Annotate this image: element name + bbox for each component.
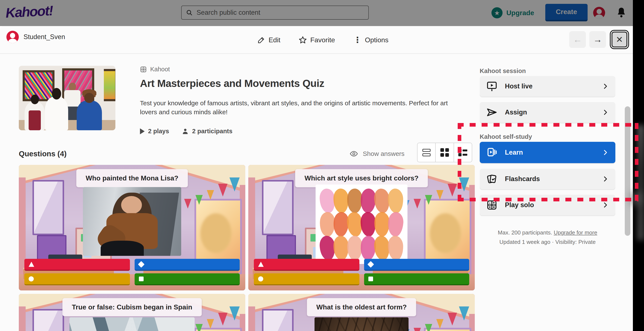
question-text: Who painted the Mona Lisa? <box>76 169 188 187</box>
compact-view-button[interactable] <box>454 143 472 162</box>
previous-kahoot-button[interactable]: ← <box>569 31 586 48</box>
annotation-rectangle-bottom <box>458 198 638 201</box>
forward-arrow-icon: → <box>593 34 602 45</box>
watercolor-blob <box>333 236 349 261</box>
question-image-cave-art <box>314 317 408 331</box>
quiz-info: Kahoot Art Masterpieces and Movements Qu… <box>140 66 456 135</box>
gallery-visitor <box>77 101 102 130</box>
question-card-4[interactable]: What is the oldest art form? <box>248 294 475 331</box>
bunting-flag <box>436 319 444 329</box>
bunting-flag <box>207 319 214 329</box>
plays-stat: 2 plays <box>140 128 169 135</box>
grid-view-button[interactable] <box>435 143 454 162</box>
screenshot-stage: Kahoot! ★ Upgrade Create Student_Sven <box>0 0 644 331</box>
quiz-cover-image <box>19 66 116 130</box>
question-image-watercolor <box>316 185 408 264</box>
show-answers-toggle[interactable]: Show answers <box>350 149 404 158</box>
creator-avatar <box>6 31 19 43</box>
bunting-flag <box>184 199 192 209</box>
edit-label: Edit <box>268 36 280 44</box>
max-participants-text: Max. 200 participants. <box>498 229 554 236</box>
upgrade-for-more-link[interactable]: Upgrade for more <box>554 229 597 236</box>
host-live-icon <box>486 80 498 92</box>
watercolor-blob <box>387 212 404 237</box>
classroom-window <box>32 309 64 331</box>
modal-dim-overlay <box>0 0 633 26</box>
classroom-window <box>262 309 294 331</box>
next-kahoot-button[interactable]: → <box>589 31 606 48</box>
answer-green <box>134 273 240 285</box>
learn-button[interactable]: Learn <box>480 142 615 163</box>
gallery-painting <box>104 69 116 101</box>
answer-yellow <box>254 273 360 285</box>
quiz-stats: 2 plays 2 participants <box>140 128 456 135</box>
self-study-heading: Kahoot self-study <box>480 133 532 140</box>
host-live-label: Host live <box>505 82 594 90</box>
edit-button[interactable]: Edit <box>258 36 280 44</box>
annotation-rectangle-right <box>635 123 638 201</box>
favorite-label: Favorite <box>310 36 335 44</box>
favorite-button[interactable]: Favorite <box>299 36 335 44</box>
watercolor-blob <box>388 236 404 261</box>
kahoot-block-icon <box>140 66 147 73</box>
answer-red <box>254 259 360 271</box>
answer-blue <box>134 259 240 271</box>
question-image-portrait <box>83 187 181 256</box>
top-navigation-bar: Kahoot! ★ Upgrade Create <box>0 0 633 26</box>
modal-header: Student_Sven Edit Favorite ⋮ Options <box>0 26 633 54</box>
kahoot-details-modal: Student_Sven Edit Favorite ⋮ Options <box>0 26 633 331</box>
content-type: Kahoot <box>140 66 456 73</box>
question-card-1[interactable]: Who painted the Mona Lisa? <box>19 165 245 291</box>
learn-cards-icon <box>486 147 498 158</box>
bunting-flag <box>207 190 214 200</box>
square-icon <box>368 277 373 281</box>
assign-button[interactable]: Assign <box>480 102 615 123</box>
list-view-button[interactable] <box>418 143 435 162</box>
bunting-flag <box>448 313 457 326</box>
star-outline-icon <box>299 36 307 44</box>
bunting-flag <box>218 184 228 196</box>
diamond-icon <box>138 261 144 268</box>
browser-viewport: Kahoot! ★ Upgrade Create Student_Sven <box>0 0 633 331</box>
close-icon: ✕ <box>616 34 623 44</box>
learn-label: Learn <box>505 149 594 156</box>
chevron-right-icon <box>602 149 609 156</box>
triangle-icon <box>258 262 264 267</box>
session-heading: Kahoot session <box>480 67 526 74</box>
play-solo-label: Play solo <box>505 201 594 209</box>
gallery-visitor <box>45 97 68 130</box>
answer-blue <box>364 259 469 271</box>
list-view-icon <box>422 149 430 156</box>
answer-yellow <box>24 273 130 285</box>
participants-stat: 2 participants <box>182 128 232 135</box>
grid-view-icon <box>440 148 449 157</box>
question-image-cubism <box>70 317 195 331</box>
paper-plane-icon <box>486 107 498 118</box>
person-icon <box>182 128 189 135</box>
participants-limit-note: Max. 200 participants. Upgrade for more <box>480 229 615 236</box>
chevron-right-icon <box>602 201 609 209</box>
bunting-flag <box>448 184 457 196</box>
quiz-description: Test your knowledge of famous artists, v… <box>140 99 456 117</box>
flashcards-button[interactable]: Flashcards <box>480 169 615 189</box>
quiz-title: Art Masterpieces and Movements Quiz <box>140 77 456 89</box>
options-label: Options <box>365 36 388 44</box>
chevron-right-icon <box>602 109 609 116</box>
close-modal-button[interactable]: ✕ <box>612 32 627 47</box>
creator-username: Student_Sven <box>24 33 65 41</box>
question-card-3[interactable]: True or false: Cubism began in Spain <box>19 294 245 331</box>
content-type-label: Kahoot <box>150 66 170 73</box>
classroom-window <box>424 328 472 331</box>
square-icon <box>139 277 144 281</box>
updated-visibility-meta: Updated 1 week ago · Visibility: Private <box>480 239 615 245</box>
chevron-right-icon <box>602 175 609 183</box>
options-button[interactable]: ⋮ Options <box>354 36 388 44</box>
annotation-rectangle-top <box>458 123 638 127</box>
assign-label: Assign <box>505 108 594 116</box>
annotation-rectangle-left <box>458 123 461 201</box>
question-card-2[interactable]: Which art style uses bright colors? <box>248 165 475 291</box>
question-text: True or false: Cubism began in Spain <box>62 298 202 316</box>
circle-icon <box>258 276 263 282</box>
host-live-button[interactable]: Host live <box>480 76 615 96</box>
circle-icon <box>29 276 34 282</box>
